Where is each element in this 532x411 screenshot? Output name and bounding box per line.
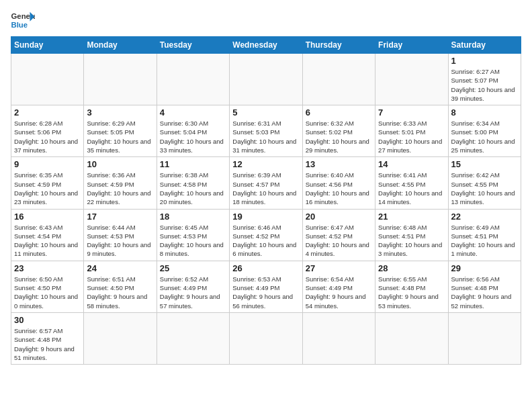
calendar-cell: [375, 312, 448, 364]
day-info: Sunrise: 6:36 AM Sunset: 4:59 PM Dayligh…: [87, 171, 153, 206]
calendar-cell: 13Sunrise: 6:40 AM Sunset: 4:56 PM Dayli…: [302, 157, 375, 209]
calendar-cell: 29Sunrise: 6:56 AM Sunset: 4:48 PM Dayli…: [448, 261, 521, 312]
calendar-cell: [448, 312, 521, 364]
day-number: 19: [232, 212, 299, 222]
day-info: Sunrise: 6:47 AM Sunset: 4:52 PM Dayligh…: [306, 223, 372, 259]
logo-icon: General Blue: [11, 11, 35, 30]
day-info: Sunrise: 6:45 AM Sunset: 4:53 PM Dayligh…: [160, 223, 226, 259]
day-number: 29: [451, 263, 518, 273]
calendar-cell: 14Sunrise: 6:41 AM Sunset: 4:55 PM Dayli…: [375, 157, 448, 209]
calendar-cell: 7Sunrise: 6:33 AM Sunset: 5:01 PM Daylig…: [375, 105, 448, 157]
day-info: Sunrise: 6:54 AM Sunset: 4:49 PM Dayligh…: [306, 275, 372, 310]
day-info: Sunrise: 6:44 AM Sunset: 4:53 PM Dayligh…: [87, 223, 153, 259]
day-number: 2: [14, 107, 81, 118]
calendar-week-row: 30Sunrise: 6:57 AM Sunset: 4:48 PM Dayli…: [11, 312, 521, 364]
day-info: Sunrise: 6:42 AM Sunset: 4:55 PM Dayligh…: [451, 171, 518, 206]
day-number: 23: [14, 263, 81, 273]
calendar-cell: 2Sunrise: 6:28 AM Sunset: 5:06 PM Daylig…: [11, 105, 84, 157]
calendar-cell: [375, 54, 448, 105]
calendar-cell: 6Sunrise: 6:32 AM Sunset: 5:02 PM Daylig…: [302, 105, 375, 157]
calendar-cell: 15Sunrise: 6:42 AM Sunset: 4:55 PM Dayli…: [448, 157, 521, 209]
calendar-cell: 9Sunrise: 6:35 AM Sunset: 4:59 PM Daylig…: [11, 157, 84, 209]
day-info: Sunrise: 6:27 AM Sunset: 5:07 PM Dayligh…: [451, 67, 518, 103]
day-number: 28: [378, 263, 445, 273]
calendar-cell: 12Sunrise: 6:39 AM Sunset: 4:57 PM Dayli…: [230, 157, 302, 209]
calendar-cell: 10Sunrise: 6:36 AM Sunset: 4:59 PM Dayli…: [84, 157, 157, 209]
calendar-cell: [230, 312, 302, 364]
calendar-cell: 11Sunrise: 6:38 AM Sunset: 4:58 PM Dayli…: [157, 157, 229, 209]
day-info: Sunrise: 6:55 AM Sunset: 4:48 PM Dayligh…: [378, 275, 445, 310]
day-info: Sunrise: 6:33 AM Sunset: 5:01 PM Dayligh…: [378, 119, 445, 154]
calendar-cell: [157, 312, 229, 364]
calendar-cell: 5Sunrise: 6:31 AM Sunset: 5:03 PM Daylig…: [230, 105, 302, 157]
calendar-cell: 21Sunrise: 6:48 AM Sunset: 4:51 PM Dayli…: [375, 209, 448, 261]
day-info: Sunrise: 6:32 AM Sunset: 5:02 PM Dayligh…: [306, 119, 372, 154]
calendar-cell: 1Sunrise: 6:27 AM Sunset: 5:07 PM Daylig…: [448, 54, 521, 105]
day-number: 6: [306, 107, 372, 118]
day-number: 11: [160, 159, 226, 169]
day-info: Sunrise: 6:41 AM Sunset: 4:55 PM Dayligh…: [378, 171, 445, 206]
day-number: 26: [232, 263, 299, 273]
calendar-table: SundayMondayTuesdayWednesdayThursdayFrid…: [11, 36, 521, 365]
calendar-cell: 18Sunrise: 6:45 AM Sunset: 4:53 PM Dayli…: [157, 209, 229, 261]
calendar-week-row: 1Sunrise: 6:27 AM Sunset: 5:07 PM Daylig…: [11, 54, 521, 105]
day-number: 14: [378, 159, 445, 169]
day-number: 22: [451, 212, 518, 222]
calendar-cell: 23Sunrise: 6:50 AM Sunset: 4:50 PM Dayli…: [11, 261, 84, 312]
calendar-cell: 4Sunrise: 6:30 AM Sunset: 5:04 PM Daylig…: [157, 105, 229, 157]
calendar-cell: 25Sunrise: 6:52 AM Sunset: 4:49 PM Dayli…: [157, 261, 229, 312]
day-number: 21: [378, 212, 445, 222]
calendar-header-row: SundayMondayTuesdayWednesdayThursdayFrid…: [11, 37, 521, 54]
calendar-week-row: 2Sunrise: 6:28 AM Sunset: 5:06 PM Daylig…: [11, 105, 521, 157]
calendar-cell: 27Sunrise: 6:54 AM Sunset: 4:49 PM Dayli…: [302, 261, 375, 312]
day-number: 24: [87, 263, 153, 273]
logo: General Blue: [11, 11, 35, 30]
day-number: 7: [378, 107, 445, 118]
day-info: Sunrise: 6:50 AM Sunset: 4:50 PM Dayligh…: [14, 275, 81, 310]
day-info: Sunrise: 6:56 AM Sunset: 4:48 PM Dayligh…: [451, 275, 518, 310]
day-info: Sunrise: 6:29 AM Sunset: 5:05 PM Dayligh…: [87, 119, 153, 154]
calendar-cell: 26Sunrise: 6:53 AM Sunset: 4:49 PM Dayli…: [230, 261, 302, 312]
day-info: Sunrise: 6:43 AM Sunset: 4:54 PM Dayligh…: [14, 223, 81, 259]
day-number: 16: [14, 212, 81, 222]
calendar-header-wednesday: Wednesday: [230, 37, 302, 54]
day-info: Sunrise: 6:48 AM Sunset: 4:51 PM Dayligh…: [378, 223, 445, 259]
calendar-cell: 28Sunrise: 6:55 AM Sunset: 4:48 PM Dayli…: [375, 261, 448, 312]
day-info: Sunrise: 6:53 AM Sunset: 4:49 PM Dayligh…: [232, 275, 299, 310]
calendar-header-tuesday: Tuesday: [157, 37, 229, 54]
calendar-cell: 17Sunrise: 6:44 AM Sunset: 4:53 PM Dayli…: [84, 209, 157, 261]
page-header: General Blue: [11, 11, 521, 30]
calendar-cell: [302, 54, 375, 105]
day-number: 3: [87, 107, 153, 118]
day-number: 30: [14, 315, 81, 325]
calendar-cell: 3Sunrise: 6:29 AM Sunset: 5:05 PM Daylig…: [84, 105, 157, 157]
day-info: Sunrise: 6:28 AM Sunset: 5:06 PM Dayligh…: [14, 119, 81, 154]
calendar-week-row: 16Sunrise: 6:43 AM Sunset: 4:54 PM Dayli…: [11, 209, 521, 261]
day-number: 12: [232, 159, 299, 169]
calendar-header-thursday: Thursday: [302, 37, 375, 54]
day-info: Sunrise: 6:51 AM Sunset: 4:50 PM Dayligh…: [87, 275, 153, 310]
calendar-header-saturday: Saturday: [448, 37, 521, 54]
calendar-cell: [84, 54, 157, 105]
calendar-cell: 20Sunrise: 6:47 AM Sunset: 4:52 PM Dayli…: [302, 209, 375, 261]
day-info: Sunrise: 6:52 AM Sunset: 4:49 PM Dayligh…: [160, 275, 226, 310]
day-info: Sunrise: 6:46 AM Sunset: 4:52 PM Dayligh…: [232, 223, 299, 259]
calendar-week-row: 9Sunrise: 6:35 AM Sunset: 4:59 PM Daylig…: [11, 157, 521, 209]
calendar-header-friday: Friday: [375, 37, 448, 54]
calendar-cell: 24Sunrise: 6:51 AM Sunset: 4:50 PM Dayli…: [84, 261, 157, 312]
day-info: Sunrise: 6:40 AM Sunset: 4:56 PM Dayligh…: [306, 171, 372, 206]
calendar-cell: [84, 312, 157, 364]
calendar-cell: [11, 54, 84, 105]
day-info: Sunrise: 6:35 AM Sunset: 4:59 PM Dayligh…: [14, 171, 81, 206]
day-info: Sunrise: 6:57 AM Sunset: 4:48 PM Dayligh…: [14, 326, 81, 362]
day-info: Sunrise: 6:38 AM Sunset: 4:58 PM Dayligh…: [160, 171, 226, 206]
calendar-cell: 30Sunrise: 6:57 AM Sunset: 4:48 PM Dayli…: [11, 312, 84, 364]
day-number: 18: [160, 212, 226, 222]
day-number: 8: [451, 107, 518, 118]
calendar-header-monday: Monday: [84, 37, 157, 54]
day-number: 15: [451, 159, 518, 169]
day-number: 1: [451, 56, 518, 66]
day-number: 17: [87, 212, 153, 222]
calendar-cell: 22Sunrise: 6:49 AM Sunset: 4:51 PM Dayli…: [448, 209, 521, 261]
day-info: Sunrise: 6:31 AM Sunset: 5:03 PM Dayligh…: [232, 119, 299, 154]
